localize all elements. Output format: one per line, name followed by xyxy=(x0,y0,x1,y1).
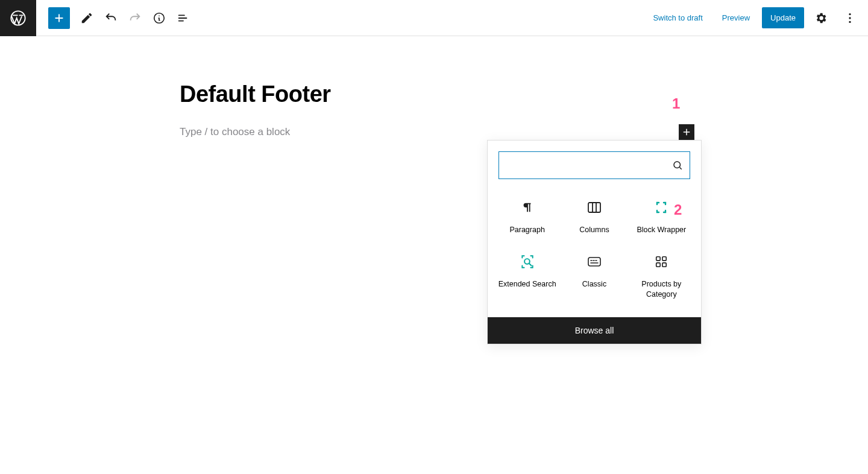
empty-block-row: Type / to choose a block xyxy=(180,124,694,140)
svg-rect-8 xyxy=(588,258,600,266)
block-placeholder[interactable]: Type / to choose a block xyxy=(180,126,290,138)
page-title[interactable]: Default Footer xyxy=(180,81,868,107)
wordpress-icon xyxy=(10,10,27,27)
svg-point-2 xyxy=(849,13,851,14)
block-extended-search[interactable]: Extended Search xyxy=(494,244,561,305)
browse-all-button[interactable]: Browse all xyxy=(488,317,701,344)
block-block-wrapper[interactable]: Block Wrapper xyxy=(628,190,695,241)
block-label: Extended Search xyxy=(498,279,556,289)
info-icon xyxy=(153,11,166,25)
extended-search-icon xyxy=(520,253,535,271)
svg-rect-11 xyxy=(656,263,660,267)
undo-button[interactable] xyxy=(100,7,122,29)
inline-add-block-button[interactable] xyxy=(679,124,694,140)
paragraph-icon xyxy=(521,198,534,216)
block-label: Block Wrapper xyxy=(637,225,686,235)
plus-icon xyxy=(681,127,692,137)
svg-point-4 xyxy=(849,21,851,22)
update-button[interactable]: Update xyxy=(762,7,804,28)
block-grid: Paragraph Columns Block Wrapper Extended… xyxy=(488,190,701,317)
toolbar-left xyxy=(0,0,195,36)
info-button[interactable] xyxy=(148,7,170,29)
block-label: Classic xyxy=(582,279,606,289)
gear-icon xyxy=(814,11,828,25)
redo-button[interactable] xyxy=(124,7,146,29)
settings-button[interactable] xyxy=(810,7,832,29)
block-wrapper-icon xyxy=(654,198,668,216)
toolbar-right: Switch to draft Preview Update xyxy=(646,7,868,29)
svg-rect-10 xyxy=(662,257,666,261)
kebab-icon xyxy=(843,11,857,25)
preview-button[interactable]: Preview xyxy=(715,8,757,27)
add-block-button[interactable] xyxy=(48,7,70,29)
svg-rect-6 xyxy=(588,203,600,212)
edit-button[interactable] xyxy=(76,7,98,29)
block-search-input[interactable] xyxy=(499,160,665,171)
plus-icon xyxy=(52,11,66,25)
block-products-by-category[interactable]: Products by Category xyxy=(628,244,695,305)
svg-rect-9 xyxy=(656,257,660,261)
block-classic[interactable]: Classic xyxy=(561,244,627,305)
list-icon xyxy=(177,11,190,25)
outline-button[interactable] xyxy=(172,7,194,29)
columns-icon xyxy=(587,198,602,216)
classic-icon xyxy=(587,253,602,271)
annotation-1: 1 xyxy=(672,95,680,112)
block-label: Products by Category xyxy=(631,279,693,299)
block-columns[interactable]: Columns xyxy=(561,190,627,241)
block-label: Paragraph xyxy=(509,225,544,235)
wordpress-logo[interactable] xyxy=(0,0,36,36)
block-search xyxy=(498,151,690,179)
svg-point-3 xyxy=(849,17,851,19)
more-options-button[interactable] xyxy=(839,7,861,29)
search-icon xyxy=(665,160,690,171)
block-paragraph[interactable]: Paragraph xyxy=(494,190,561,241)
editor-canvas: Default Footer Type / to choose a block xyxy=(0,36,868,140)
products-grid-icon xyxy=(655,253,668,271)
redo-icon xyxy=(128,11,142,25)
pencil-icon xyxy=(80,11,93,25)
svg-rect-12 xyxy=(662,263,666,267)
annotation-2: 2 xyxy=(674,201,682,218)
switch-to-draft-button[interactable]: Switch to draft xyxy=(646,8,709,27)
editor-toolbar: Switch to draft Preview Update xyxy=(0,0,868,36)
svg-point-7 xyxy=(524,259,530,264)
undo-icon xyxy=(104,11,118,25)
block-label: Columns xyxy=(579,225,609,235)
svg-point-5 xyxy=(674,162,681,168)
block-inserter-popover: Paragraph Columns Block Wrapper Extended… xyxy=(487,140,702,344)
